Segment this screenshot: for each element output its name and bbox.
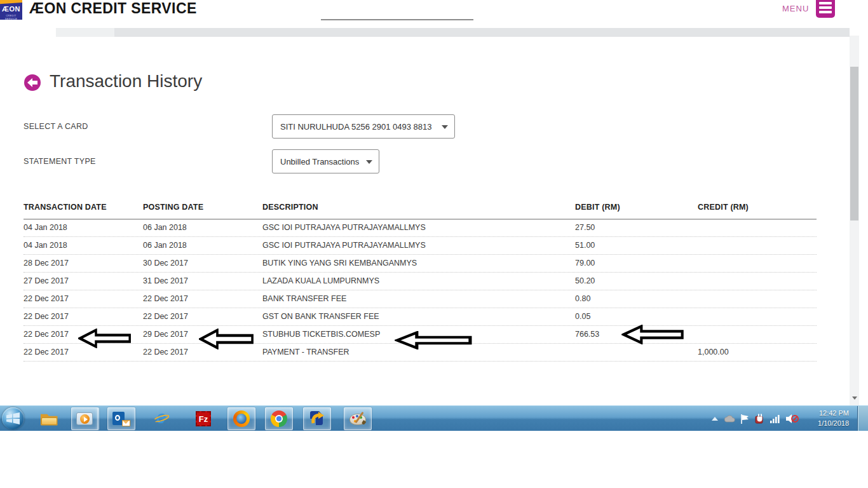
annotation-arrow [199,329,254,349]
cloud-icon[interactable] [724,415,735,423]
brand-title: ÆON CREDIT SERVICE [29,0,197,17]
taskbar-filezilla-button[interactable]: Fz [189,407,217,430]
tabstrip-segment-light [56,28,114,37]
action-center-flag-icon[interactable] [741,414,749,424]
table-cell: 79.00 [575,255,689,272]
back-arrow-icon [27,78,37,87]
paint-palette-icon [349,412,367,426]
filezilla-icon: Fz [196,411,211,426]
desktop-screen: ÆON CREDIT SERVICE ÆON CREDIT SERVICE ME… [0,0,868,488]
table-cell: 22 Dec 2017 [24,308,138,325]
table-cell: 1,000.00 [698,344,817,361]
taskbar-outlook-button[interactable] [107,407,135,430]
table-cell: 30 Dec 2017 [143,255,257,272]
taskbar: e Fz [0,405,868,431]
taskbar-internet-explorer-button[interactable]: e [147,407,175,430]
table-cell: GSC IOI PUTRAJAYA PUTRAJAYAMALLMYS [262,219,567,236]
capture-tool-icon [309,410,325,427]
canvas-whitespace [0,431,868,488]
taskbar-explorer-button[interactable] [35,407,63,430]
network-signal-icon[interactable] [770,414,780,423]
annotation-arrow [395,331,473,349]
table-cell: 27.50 [575,219,689,236]
windows-flag-icon [6,412,20,424]
annotation-arrow [78,329,132,348]
chevron-down-icon [442,125,448,129]
table-cell: 31 Dec 2017 [143,273,257,290]
table-cell: GST ON BANK TRANSFER FEE [262,308,567,325]
table-cell: 04 Jan 2018 [24,237,138,254]
taskbar-clock[interactable]: 12:42 PM 1/10/2018 [802,408,849,428]
taskbar-paint-button[interactable] [344,407,372,430]
aeon-logo[interactable]: ÆON CREDIT SERVICE [0,0,22,20]
menu-button[interactable] [816,0,835,18]
hidden-icons-arrow-icon[interactable] [712,417,718,421]
taskbar-firefox-button[interactable] [227,407,255,430]
back-button[interactable] [24,74,41,91]
clock-date: 1/10/2018 [802,418,849,428]
show-desktop-button[interactable] [857,406,868,431]
table-cell: 22 Dec 2017 [143,290,257,308]
table-row: 04 Jan 201806 Jan 2018GSC IOI PUTRAJAYA … [24,219,817,237]
table-row: 04 Jan 201806 Jan 2018GSC IOI PUTRAJAYA … [24,237,817,255]
volume-muted-icon[interactable] [786,414,799,424]
card-select-dropdown[interactable]: SITI NURULHUDA 5256 2901 0493 8813 [272,114,455,139]
logo-text: ÆON [0,5,22,13]
table-cell: GSC IOI PUTRAJAYA PUTRAJAYAMALLMYS [262,237,567,254]
table-header-row: TRANSACTION DATE POSTING DATE DESCRIPTIO… [24,200,817,219]
col-transaction-date: TRANSACTION DATE [24,203,138,212]
table-cell: 28 Dec 2017 [24,255,138,272]
logo-subtext: CREDIT SERVICE [0,14,22,20]
media-player-icon [76,412,93,425]
explorer-folder-icon [41,412,58,426]
table-cell: 22 Dec 2017 [143,308,257,325]
chevron-down-icon [366,160,372,164]
page-title: Transaction History [50,71,202,92]
table-cell: LAZADA KUALA LUMPURNMYS [262,273,567,290]
table-row: 22 Dec 201722 Dec 2017BANK TRANSFER FEE0… [24,290,817,308]
chrome-icon [271,410,287,427]
table-cell: 22 Dec 2017 [24,290,138,308]
card-select-value: SITI NURULHUDA 5256 2901 0493 8813 [280,122,431,132]
select-card-label: SELECT A CARD [24,122,88,131]
scrollbar-thumb[interactable] [850,67,858,220]
firefox-icon [233,410,250,427]
col-debit: DEBIT (RM) [575,203,689,212]
hamburger-icon [819,2,832,4]
site-header: ÆON CREDIT SERVICE ÆON CREDIT SERVICE ME… [0,0,851,27]
table-cell: 0.05 [575,308,689,325]
clock-time: 12:42 PM [802,408,849,418]
header-divider-line [321,19,473,20]
taskbar-capture-tool-button[interactable] [303,407,331,430]
annotation-arrow [621,325,684,344]
table-cell: 0.80 [575,290,689,308]
col-credit: CREDIT (RM) [698,203,817,212]
start-button[interactable] [2,407,24,430]
table-cell: BUTIK YING YANG SRI KEMBANGANMYS [262,255,567,272]
col-description: DESCRIPTION [262,203,567,212]
power-alert-icon[interactable] [755,414,764,424]
table-cell: 51.00 [575,237,689,254]
taskbar-media-player-button[interactable] [71,407,99,430]
statement-type-value: Unbilled Transactions [280,157,359,166]
logo-swoosh [0,0,22,4]
table-row: 27 Dec 201731 Dec 2017LAZADA KUALA LUMPU… [24,273,817,290]
table-cell: 06 Jan 2018 [143,237,257,254]
outlook-icon [112,411,130,426]
tabstrip-segment-dark [114,28,850,37]
table-cell: 27 Dec 2017 [24,273,138,290]
table-cell: 50.20 [575,273,689,290]
table-cell: BANK TRANSFER FEE [262,290,567,308]
statement-type-dropdown[interactable]: Unbilled Transactions [272,149,379,173]
scrollbar-down-arrow[interactable] [850,391,859,404]
statement-type-label: STATEMENT TYPE [24,157,96,166]
taskbar-chrome-button[interactable] [265,407,293,430]
table-cell: 04 Jan 2018 [24,219,138,236]
table-row: 22 Dec 201722 Dec 2017GST ON BANK TRANSF… [24,308,817,326]
menu-label[interactable]: MENU [782,4,809,13]
table-cell: 06 Jan 2018 [143,219,257,236]
table-row: 28 Dec 201730 Dec 2017BUTIK YING YANG SR… [24,255,817,273]
system-tray [712,406,799,431]
col-posting-date: POSTING DATE [143,203,257,212]
internet-explorer-icon: e [153,410,170,427]
